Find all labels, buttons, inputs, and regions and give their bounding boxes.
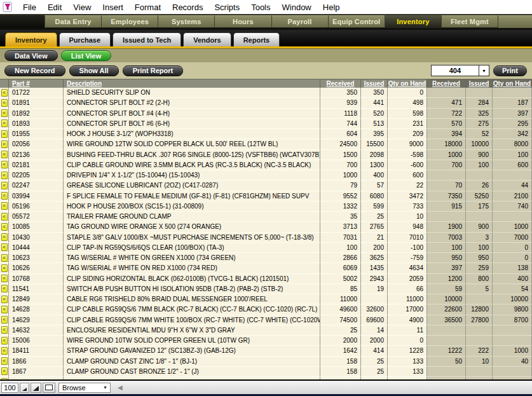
cell-qty-on-hand-1[interactable]: -600 <box>388 160 427 170</box>
cell-part-number[interactable]: 01955 <box>9 129 64 139</box>
cell-issued-2[interactable]: 284 <box>466 98 493 108</box>
tab-inventory[interactable]: Inventory <box>5 32 57 46</box>
cell-issued-1[interactable]: 1300 <box>361 160 388 170</box>
row-select-icon[interactable]: < <box>1 326 8 334</box>
cell-part-number[interactable]: 02056 <box>9 139 64 149</box>
cell-qty-on-hand-1[interactable]: 11000 <box>388 294 427 304</box>
scrollbar-left-arrow-icon[interactable]: ◀ <box>118 383 123 393</box>
record-count-dropdown[interactable]: 404 ▼ <box>431 65 489 76</box>
cell-qty-on-hand-2[interactable]: 54 <box>493 284 532 294</box>
cell-description[interactable]: CLIP CABLE RG59QS/6 7MM WHITE 100/BOX (R… <box>64 315 320 325</box>
cell-qty-on-hand-1[interactable]: 3472 <box>388 191 427 201</box>
top-tab-inventory[interactable]: Inventory <box>385 15 441 28</box>
row-select-icon[interactable]: < <box>1 357 8 365</box>
cell-description[interactable]: STAPLE 3/8" GALV 1000/BX ~MUST PURCHASE … <box>64 233 320 243</box>
cell-received-2[interactable]: 1900 <box>427 222 466 232</box>
cell-received-1[interactable]: 2866 <box>320 253 361 263</box>
cell-qty-on-hand-2[interactable] <box>493 325 532 336</box>
cell-issued-2[interactable]: 10 <box>466 357 493 367</box>
header-part-number[interactable]: Part # <box>9 79 64 88</box>
menu-window[interactable]: Window <box>276 3 317 12</box>
cell-part-number[interactable]: 01893 <box>9 119 64 129</box>
cell-qty-on-hand-2[interactable]: 0 <box>493 243 532 253</box>
menu-edit[interactable]: Edit <box>42 3 67 12</box>
cell-qty-on-hand-2[interactable]: 187 <box>493 98 532 108</box>
cell-issued-1[interactable]: 200 <box>361 243 388 253</box>
cell-qty-on-hand-1[interactable]: 4634 <box>388 263 427 273</box>
cell-issued-2[interactable] <box>466 170 493 181</box>
cell-qty-on-hand-1[interactable]: 133 <box>388 357 427 367</box>
cell-received-1[interactable]: 6069 <box>320 263 361 273</box>
top-tab-hours[interactable]: Hours <box>214 15 271 28</box>
cell-description[interactable]: HOOK J HOUSE 3-1/2" (WOPH3318) <box>64 129 320 139</box>
cell-qty-on-hand-2[interactable]: 44 <box>493 181 532 191</box>
cell-qty-on-hand-1[interactable]: -598 <box>388 150 427 160</box>
row-select-icon[interactable]: < <box>1 264 8 272</box>
cell-issued-1[interactable]: 2943 <box>361 274 388 284</box>
cell-description[interactable]: SWITCH A/B PUSH BUTTON HI ISOLATION 95DB… <box>64 284 320 294</box>
cell-issued-1[interactable]: 520 <box>361 109 388 119</box>
cell-qty-on-hand-2[interactable]: 2100 <box>493 191 532 201</box>
cell-qty-on-hand-1[interactable] <box>388 377 427 379</box>
row-select-icon[interactable]: < <box>1 367 8 375</box>
tab-issued-to-tech[interactable]: Issued to Tech <box>113 32 181 46</box>
cell-issued-1[interactable]: 2000 <box>361 336 388 346</box>
cell-issued-1[interactable]: 21 <box>361 233 388 243</box>
cell-qty-on-hand-1[interactable]: 4900 <box>388 315 427 325</box>
cell-description[interactable]: CLIP CABLE GROUND WIRE 3.5MM BLACK PLAS … <box>64 160 320 170</box>
cell-description[interactable]: TAG W/SERIAL # WHITE ON RED X1000 (734 R… <box>64 263 320 273</box>
cell-issued-2[interactable] <box>466 336 493 346</box>
cell-qty-on-hand-2[interactable]: 8700 <box>493 315 532 325</box>
cell-qty-on-hand-2[interactable] <box>493 170 532 181</box>
cell-received-2[interactable]: 722 <box>427 109 466 119</box>
chevron-down-icon[interactable]: ▼ <box>479 65 489 76</box>
cell-qty-on-hand-2[interactable]: 1000 <box>493 222 532 232</box>
cell-received-1[interactable]: 939 <box>320 98 361 108</box>
cell-issued-2[interactable]: 26 <box>466 181 493 191</box>
cell-qty-on-hand-2[interactable] <box>493 377 532 379</box>
cell-issued-1[interactable]: 414 <box>361 346 388 356</box>
cell-qty-on-hand-2[interactable] <box>493 336 532 346</box>
cell-part-number[interactable]: 18411 <box>9 346 64 356</box>
cell-issued-1[interactable]: 2098 <box>361 150 388 160</box>
cell-part-number[interactable]: 01892 <box>9 109 64 119</box>
list-view-button[interactable]: List View <box>61 50 111 61</box>
cell-part-number[interactable] <box>9 377 64 379</box>
top-tab-data-entry[interactable]: Data Entry <box>44 15 101 28</box>
cell-issued-1[interactable]: 15500 <box>361 139 388 149</box>
top-tab-equip-control[interactable]: Equip Control <box>328 15 385 28</box>
cell-received-2[interactable]: 1222 <box>427 346 466 356</box>
cell-issued-1[interactable]: 14 <box>361 325 388 336</box>
cell-qty-on-hand-2[interactable] <box>493 212 532 222</box>
cell-description[interactable]: CONNECTOR SPLIT BOLT #6 (6-H) <box>64 119 320 129</box>
cell-received-2[interactable]: 394 <box>427 129 466 139</box>
header-received-1[interactable]: Received <box>320 79 361 88</box>
row-select-icon[interactable]: < <box>1 161 8 168</box>
cell-issued-2[interactable]: 900 <box>466 150 493 160</box>
cell-part-number[interactable]: 02247 <box>9 181 64 191</box>
cell-received-2[interactable] <box>427 336 466 346</box>
row-select-icon[interactable]: < <box>1 233 8 241</box>
cell-qty-on-hand-1[interactable]: 9000 <box>388 139 427 149</box>
top-tab-employees[interactable]: Employees <box>101 15 158 28</box>
cell-received-1[interactable]: 1332 <box>320 201 361 212</box>
cell-qty-on-hand-1[interactable]: 11 <box>388 325 427 336</box>
status-area-toggle-button[interactable] <box>43 383 55 393</box>
cell-part-number[interactable]: 02205 <box>9 170 64 181</box>
cell-received-1[interactable]: 1642 <box>320 346 361 356</box>
cell-part-number[interactable]: 14629 <box>9 315 64 325</box>
cell-part-number[interactable]: 15006 <box>9 336 64 346</box>
cell-part-number[interactable]: 10623 <box>9 253 64 263</box>
cell-received-2[interactable] <box>427 325 466 336</box>
cell-issued-2[interactable]: 12800 <box>466 304 493 315</box>
cell-qty-on-hand-2[interactable]: 295 <box>493 119 532 129</box>
cell-qty-on-hand-1[interactable]: 17000 <box>388 304 427 315</box>
cell-part-number[interactable]: 02181 <box>9 160 64 170</box>
cell-qty-on-hand-1[interactable]: 231 <box>388 119 427 129</box>
cell-issued-1[interactable]: 513 <box>361 119 388 129</box>
cell-received-2[interactable]: 50 <box>427 357 466 367</box>
cell-received-1[interactable]: 79 <box>320 181 361 191</box>
cell-received-2[interactable] <box>427 367 466 377</box>
cell-issued-1[interactable]: 3625 <box>361 253 388 263</box>
cell-part-number[interactable]: 12849 <box>9 294 64 304</box>
